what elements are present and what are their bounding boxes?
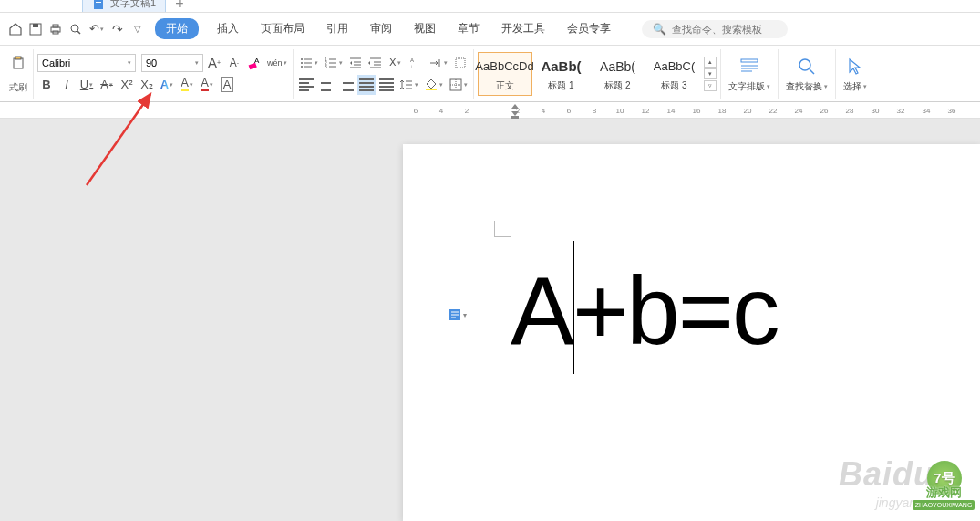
layout-icon	[739, 55, 759, 78]
text-effects-button[interactable]: A	[158, 75, 176, 95]
paste-button[interactable]	[7, 50, 29, 76]
text-layout-button[interactable]: 文字排版	[721, 49, 779, 99]
italic-button[interactable]: I	[57, 75, 76, 95]
increase-indent-button[interactable]	[366, 53, 385, 73]
home-icon[interactable]	[7, 21, 24, 37]
align-center-button[interactable]	[317, 75, 335, 95]
ribbon-toolbar: 式刷 Calibri 90 A+ A- A wén B I U A X² X₂ …	[0, 46, 980, 102]
tab-bar: 文字文稿1 +	[0, 0, 980, 13]
styles-scroll: ▴ ▾ ▿	[704, 57, 717, 91]
clear-format-button[interactable]: A	[245, 53, 263, 73]
tab-add-button[interactable]: +	[166, 0, 192, 12]
char-shading-button[interactable]: A	[218, 75, 236, 95]
select-button[interactable]: 选择	[836, 49, 874, 99]
menu-chapter[interactable]: 章节	[449, 17, 489, 40]
menu-view[interactable]: 视图	[405, 17, 445, 40]
svg-rect-3	[96, 5, 99, 5]
phonetic-guide-button[interactable]: wén	[265, 53, 289, 73]
menu-search[interactable]: 🔍	[642, 20, 788, 38]
more-qat-icon[interactable]: ▽	[129, 21, 146, 37]
styles-scroll-down[interactable]: ▾	[704, 68, 717, 79]
show-marks-button[interactable]	[451, 53, 469, 73]
styles-scroll-up[interactable]: ▴	[704, 57, 717, 68]
find-replace-button[interactable]: 查找替换	[779, 49, 836, 99]
style-normal[interactable]: AaBbCcDd 正文	[478, 52, 532, 96]
underline-button[interactable]: U	[77, 75, 96, 95]
tab-previous[interactable]	[9, 8, 27, 12]
text-cursor	[573, 241, 574, 374]
svg-text:3: 3	[325, 64, 327, 69]
style-heading2[interactable]: AaBb( 标题 2	[591, 52, 645, 96]
svg-rect-46	[741, 59, 758, 62]
menu-member[interactable]: 会员专享	[558, 17, 620, 40]
bold-button[interactable]: B	[37, 75, 56, 95]
font-name-combo[interactable]: Calibri	[37, 54, 136, 72]
sort-button[interactable]: A↓	[407, 53, 425, 73]
search-input[interactable]	[672, 24, 777, 35]
decrease-font-button[interactable]: A-	[225, 53, 243, 73]
svg-rect-12	[15, 57, 21, 59]
watermark-site-badge: 7号 游戏网 ZHAOYOUXIWANG	[913, 461, 975, 514]
strikethrough-button[interactable]: A	[98, 75, 116, 95]
svg-rect-2	[96, 2, 101, 3]
styles-expand[interactable]: ▿	[704, 80, 717, 91]
margin-corner-icon	[494, 221, 511, 237]
document-canvas[interactable]: ▾ A+b=c	[0, 119, 980, 521]
svg-line-10	[77, 31, 80, 34]
borders-button[interactable]	[447, 75, 469, 95]
decrease-indent-button[interactable]	[346, 53, 365, 73]
search-icon: 🔍	[653, 23, 666, 36]
svg-rect-42	[426, 89, 437, 90]
font-color-button[interactable]: A	[198, 75, 216, 95]
group-clipboard: 式刷	[4, 49, 34, 99]
magnifier-icon	[797, 55, 817, 78]
menu-start[interactable]: 开始	[155, 18, 199, 39]
svg-text:A: A	[254, 57, 260, 65]
align-distribute-button[interactable]	[377, 75, 396, 95]
font-size-combo[interactable]: 90	[141, 54, 203, 72]
svg-rect-7	[53, 25, 58, 27]
align-right-button[interactable]	[337, 75, 356, 95]
format-brush-button[interactable]: 式刷	[7, 78, 29, 98]
superscript-button[interactable]: X²	[118, 75, 136, 95]
quick-access-toolbar: ↶ ↷ ▽	[7, 19, 146, 39]
numbering-button[interactable]: 123	[322, 53, 345, 73]
highlight-color-button[interactable]: A	[178, 75, 196, 95]
undo-icon[interactable]: ↶	[88, 19, 106, 39]
menu-references[interactable]: 引用	[317, 17, 357, 40]
svg-point-50	[799, 59, 810, 70]
watermark-jingyan: jingyan	[876, 495, 916, 510]
tab-active-document[interactable]: 文字文稿1	[82, 0, 166, 12]
align-justify-button[interactable]	[357, 75, 376, 95]
group-font: Calibri 90 A+ A- A wén B I U A X² X₂ A A…	[34, 49, 294, 99]
styles-gallery: AaBbCcDd 正文 AaBb( 标题 1 AaBb( 标题 2 AaBbC(…	[474, 49, 721, 99]
style-heading3[interactable]: AaBbC( 标题 3	[647, 52, 702, 96]
increase-font-button[interactable]: A+	[205, 53, 223, 73]
line-spacing-button[interactable]	[397, 75, 420, 95]
group-paragraph: 123 X̌ A↓	[294, 49, 474, 99]
align-left-button[interactable]	[297, 75, 315, 95]
horizontal-ruler[interactable]: 6 4 2 2 4 6 8 10 12 14 16 18 20 22 24 26…	[0, 102, 980, 119]
indent-marker[interactable]	[511, 104, 519, 119]
document-body-text[interactable]: A+b=c	[511, 263, 779, 359]
svg-text:A: A	[410, 57, 414, 63]
tab-label: 文字文稿1	[110, 0, 156, 10]
shading-button[interactable]	[422, 75, 445, 95]
save-icon[interactable]	[27, 21, 44, 37]
menu-dev-tools[interactable]: 开发工具	[492, 17, 554, 40]
style-heading1[interactable]: AaBb( 标题 1	[534, 52, 589, 96]
bullets-button[interactable]	[297, 53, 320, 73]
redo-icon[interactable]: ↷	[109, 21, 126, 37]
print-icon[interactable]	[47, 21, 64, 37]
subscript-button[interactable]: X₂	[138, 75, 156, 95]
menu-review[interactable]: 审阅	[361, 17, 401, 40]
tab-settings-button[interactable]	[427, 53, 449, 73]
menu-page-layout[interactable]: 页面布局	[252, 17, 314, 40]
asian-layout-button[interactable]: X̌	[387, 53, 405, 73]
svg-rect-11	[14, 58, 23, 68]
svg-rect-38	[456, 58, 465, 68]
paragraph-options-button[interactable]: ▾	[449, 307, 469, 323]
svg-point-17	[301, 66, 303, 68]
menu-insert[interactable]: 插入	[208, 17, 248, 40]
print-preview-icon[interactable]	[67, 21, 84, 37]
